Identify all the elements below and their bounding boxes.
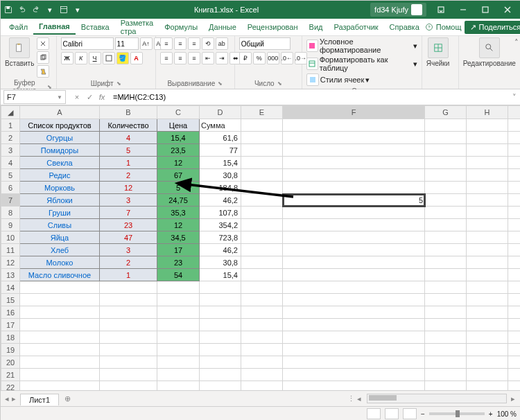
cell-E19[interactable]	[241, 344, 283, 356]
cell-I4[interactable]	[508, 157, 521, 169]
row-header-9[interactable]: 9	[1, 219, 20, 231]
align-left-icon[interactable]: ≡	[160, 52, 173, 64]
row-header-21[interactable]: 21	[1, 369, 20, 381]
cell-H15[interactable]	[467, 294, 508, 306]
cell-F19[interactable]	[283, 344, 425, 356]
cell-B3[interactable]: 5	[100, 144, 157, 157]
cell-I7[interactable]	[508, 194, 521, 207]
cell-F3[interactable]	[283, 144, 425, 157]
row-header-4[interactable]: 4	[1, 157, 20, 169]
cell-G17[interactable]	[425, 319, 467, 331]
cell-E4[interactable]	[241, 157, 283, 169]
name-box[interactable]: F7▼	[3, 90, 66, 104]
expand-formula-icon[interactable]: ˅	[508, 93, 520, 102]
cell-C6[interactable]: 5	[157, 182, 200, 194]
cell-B5[interactable]: 2	[100, 169, 157, 182]
cell-B8[interactable]: 7	[100, 207, 157, 219]
cell-H20[interactable]	[467, 356, 508, 369]
increase-font-icon[interactable]: A↑	[140, 37, 153, 50]
cell-D14[interactable]	[200, 281, 241, 294]
editing-button[interactable]: Редактирование	[463, 37, 516, 67]
cell-F15[interactable]	[283, 294, 425, 306]
cell-D18[interactable]	[200, 331, 241, 344]
bold-icon[interactable]: Ж	[61, 52, 73, 64]
dialog-launcher-icon[interactable]: ⬊	[116, 80, 121, 87]
col-header-B[interactable]: B	[100, 106, 157, 119]
tab-Справка[interactable]: Справка	[384, 20, 425, 34]
cell-F4[interactable]	[283, 157, 425, 169]
cell-G7[interactable]	[425, 194, 467, 207]
indent-dec-icon[interactable]: ⇤	[202, 52, 214, 64]
cell-E10[interactable]	[241, 231, 283, 244]
cell-C19[interactable]	[157, 344, 200, 356]
cell-C10[interactable]: 34,5	[157, 231, 200, 244]
cell-B15[interactable]	[100, 294, 157, 306]
cell-I11[interactable]	[508, 244, 521, 256]
cell-B19[interactable]	[100, 344, 157, 356]
qa-extra-icon[interactable]	[59, 5, 69, 15]
zoom-in-icon[interactable]: +	[489, 410, 493, 418]
col-header-I[interactable]: I	[508, 106, 521, 119]
comma-icon[interactable]: 000	[267, 52, 279, 64]
col-header-H[interactable]: H	[467, 106, 508, 119]
tab-next-icon[interactable]: ▸	[12, 394, 16, 403]
cell-I13[interactable]	[508, 269, 521, 281]
cell-A18[interactable]	[20, 331, 100, 344]
format-painter-icon[interactable]	[37, 65, 49, 78]
cell-B10[interactable]: 47	[100, 231, 157, 244]
percent-icon[interactable]: %	[253, 52, 266, 64]
cell-I5[interactable]	[508, 169, 521, 182]
cell-A7[interactable]: Яблоки	[20, 194, 100, 207]
cell-B9[interactable]: 23	[100, 219, 157, 231]
cell-A4[interactable]: Свекла	[20, 157, 100, 169]
cell-I10[interactable]	[508, 231, 521, 244]
cell-A10[interactable]: Яйца	[20, 231, 100, 244]
cell-G4[interactable]	[425, 157, 467, 169]
cell-E7[interactable]	[241, 194, 283, 207]
tab-Разработчик[interactable]: Разработчик	[328, 20, 383, 34]
cell-A6[interactable]: Морковь	[20, 182, 100, 194]
cell-G5[interactable]	[425, 169, 467, 182]
cell-H10[interactable]	[467, 231, 508, 244]
cell-E17[interactable]	[241, 319, 283, 331]
cell-E2[interactable]	[241, 132, 283, 144]
cell-I19[interactable]	[508, 344, 521, 356]
tab-Главная[interactable]: Главная	[33, 19, 76, 35]
cell-C5[interactable]: 67	[157, 169, 200, 182]
cell-G9[interactable]	[425, 219, 467, 231]
row-header-3[interactable]: 3	[1, 144, 20, 157]
cell-D11[interactable]: 46,2	[200, 244, 241, 256]
cell-B21[interactable]	[100, 369, 157, 381]
orientation-icon[interactable]: ⟲	[202, 37, 214, 50]
italic-icon[interactable]: К	[75, 52, 87, 64]
cell-D2[interactable]: 61,6	[200, 132, 241, 144]
undo-icon[interactable]	[17, 5, 27, 15]
cell-styles-button[interactable]: Стили ячеек ▾	[306, 73, 370, 86]
row-header-1[interactable]: 1	[1, 119, 20, 132]
font-color-icon[interactable]: А	[130, 52, 143, 64]
maximize-button[interactable]	[475, 2, 496, 17]
col-header-C[interactable]: C	[157, 106, 200, 119]
cell-F11[interactable]	[283, 244, 425, 256]
normal-view-icon[interactable]	[367, 408, 381, 419]
cell-G8[interactable]	[425, 207, 467, 219]
indent-inc-icon[interactable]: ⇥	[216, 52, 228, 64]
row-header-17[interactable]: 17	[1, 319, 20, 331]
cell-F1[interactable]	[283, 119, 425, 132]
cell-H17[interactable]	[467, 319, 508, 331]
cell-C15[interactable]	[157, 294, 200, 306]
paste-button[interactable]: Вставить	[5, 37, 34, 67]
align-middle-icon[interactable]: ≡	[174, 37, 187, 50]
cell-F20[interactable]	[283, 356, 425, 369]
cell-C14[interactable]	[157, 281, 200, 294]
cell-H11[interactable]	[467, 244, 508, 256]
cell-G12[interactable]	[425, 256, 467, 269]
cell-D16[interactable]	[200, 306, 241, 319]
row-header-2[interactable]: 2	[1, 132, 20, 144]
cell-G2[interactable]	[425, 132, 467, 144]
cell-E15[interactable]	[241, 294, 283, 306]
tab-Данные[interactable]: Данные	[203, 20, 242, 34]
cell-B6[interactable]: 12	[100, 182, 157, 194]
cell-C13[interactable]: 54	[157, 269, 200, 281]
cell-F16[interactable]	[283, 306, 425, 319]
